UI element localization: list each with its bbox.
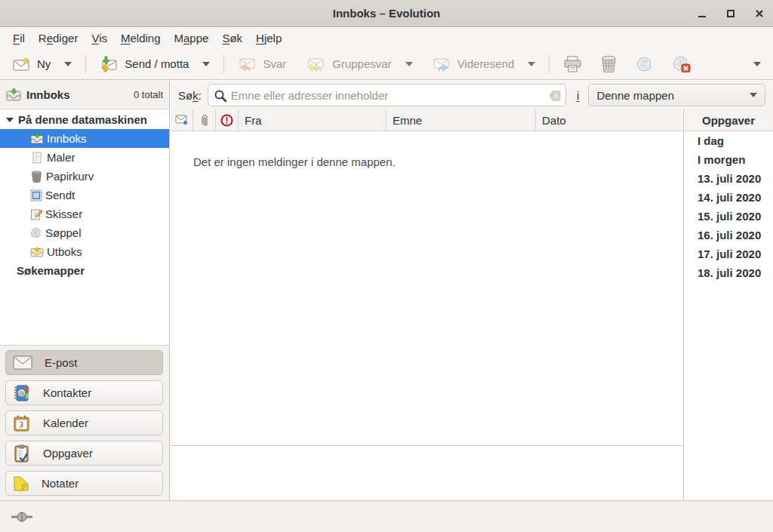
folder-papirkurv[interactable]: Papirkurv [0, 167, 169, 186]
online-status-icon[interactable] [11, 512, 33, 522]
new-message-dropdown[interactable] [57, 58, 78, 70]
column-important-header[interactable] [216, 109, 239, 131]
clear-search-icon[interactable] [549, 90, 561, 102]
new-mail-icon [12, 57, 30, 72]
maximize-button[interactable] [722, 5, 740, 23]
column-date-header[interactable]: Dato [536, 109, 682, 131]
junk-icon [636, 56, 654, 72]
folder-soppel[interactable]: Søppel [0, 223, 169, 242]
menu-vis[interactable]: Vis [85, 29, 114, 47]
label-part: is [99, 32, 107, 45]
switcher-tasks-button[interactable]: Oppgaver [5, 441, 163, 466]
folder-tree: På denne datamaskinen Innboks Maler Pa [0, 110, 170, 345]
folder-innboks[interactable]: Innboks [0, 129, 169, 148]
task-label: 13. juli 2020 [698, 172, 761, 185]
toolbar-overflow-button[interactable] [741, 58, 767, 70]
column-label: Dato [542, 114, 566, 127]
not-junk-icon [672, 55, 691, 72]
task-date-today[interactable]: I dag [684, 131, 773, 150]
menu-hjelp[interactable]: Hjelp [249, 29, 288, 47]
switcher-contacts-button[interactable]: @ Kontakter [5, 380, 163, 405]
chevron-down-icon [202, 62, 210, 66]
label-part: ppe [189, 32, 208, 45]
forward-icon [433, 56, 451, 72]
toolbar-separator [85, 54, 86, 74]
label-part: il [20, 32, 25, 45]
new-message-button[interactable]: Ny [6, 53, 57, 75]
switcher-mail-button[interactable]: E-post [5, 350, 163, 375]
junk-button[interactable] [630, 52, 660, 76]
column-from-header[interactable]: Fra [239, 109, 386, 131]
send-receive-dropdown[interactable] [195, 58, 216, 70]
task-date[interactable]: 14. juli 2020 [684, 188, 773, 207]
column-status-header[interactable] [171, 109, 193, 131]
reply-button[interactable]: Svar [232, 52, 292, 76]
close-icon [755, 9, 764, 18]
task-label: 15. juli 2020 [698, 210, 761, 223]
mail-icon [13, 355, 32, 370]
outbox-icon [30, 246, 44, 257]
statusbar [0, 500, 773, 532]
close-button[interactable] [750, 5, 768, 23]
menu-sok[interactable]: Søk [215, 29, 249, 47]
task-date[interactable]: 16. juli 2020 [684, 226, 773, 244]
menu-rediger[interactable]: Rediger [32, 29, 85, 47]
switcher-calendar-button[interactable]: 3 Kalender [5, 411, 163, 435]
folder-skisser[interactable]: Skisser [0, 204, 169, 223]
group-reply-button[interactable]: Gruppesvar [300, 52, 397, 76]
search-input[interactable] [231, 89, 543, 102]
menu-melding[interactable]: Melding [114, 29, 168, 47]
group-reply-label: Gruppesvar [332, 57, 391, 70]
send-receive-button[interactable]: Send / motta [94, 52, 195, 76]
send-receive-icon [100, 56, 118, 72]
memos-icon [13, 475, 29, 492]
folder-label: Utboks [47, 245, 82, 258]
minimize-button[interactable] [693, 5, 711, 23]
message-status-icon [175, 115, 188, 125]
task-date[interactable]: 13. juli 2020 [684, 169, 773, 188]
column-label: Emne [393, 114, 422, 127]
menu-fil[interactable]: Fil [6, 29, 32, 47]
tree-root-label: På denne datamaskinen [18, 113, 147, 126]
label-part: S [222, 32, 229, 45]
search-scope-combobox[interactable]: Denne mappen [588, 84, 765, 106]
not-junk-button[interactable] [666, 51, 697, 76]
task-date-tomorrow[interactable]: I morgen [684, 150, 773, 169]
task-date[interactable]: 17. juli 2020 [684, 244, 773, 263]
label-part: jelp [264, 32, 282, 45]
message-list[interactable]: Det er ingen meldinger i denne mappen. [171, 131, 682, 445]
folder-utboks[interactable]: Utboks [0, 242, 169, 261]
tasks-panel-header[interactable]: Oppgaver [684, 109, 773, 131]
chevron-down-icon [405, 62, 413, 66]
reply-label: Svar [263, 57, 286, 70]
tree-root-on-this-computer[interactable]: På denne datamaskinen [0, 110, 169, 129]
preview-pane [171, 446, 682, 500]
minimize-icon [698, 9, 707, 18]
folder-maler[interactable]: Maler [0, 148, 169, 167]
folder-header-title: Innboks [26, 88, 70, 101]
tree-group-search-folders[interactable]: Søkemapper [0, 261, 169, 280]
titlebar: Innboks – Evolution [0, 0, 773, 27]
label-part: : [199, 89, 202, 102]
menu-mappe[interactable]: Mappe [168, 29, 216, 47]
folder-sendt[interactable]: Sendt [0, 186, 169, 204]
print-button[interactable] [557, 52, 588, 76]
label-part: diger [53, 32, 78, 45]
expander-triangle-icon[interactable] [6, 118, 14, 122]
search-entry[interactable] [208, 84, 566, 106]
switcher-memos-button[interactable]: Notater [5, 471, 163, 496]
inbox-icon [30, 133, 44, 144]
forward-button[interactable]: Videresend [427, 52, 521, 76]
forward-dropdown[interactable] [520, 58, 541, 70]
switcher-memos-label: Notater [42, 477, 79, 490]
menubar: Fil Rediger Vis Melding Mappe Søk Hjelp [0, 28, 773, 48]
group-reply-dropdown[interactable] [398, 58, 419, 70]
group-reply-icon [306, 56, 325, 72]
column-subject-header[interactable]: Emne [386, 109, 536, 131]
column-attachment-header[interactable] [193, 109, 216, 131]
delete-button[interactable] [594, 51, 624, 76]
task-date[interactable]: 18. juli 2020 [684, 263, 773, 282]
label-part: i [577, 89, 579, 102]
inbox-icon [6, 88, 21, 101]
task-date[interactable]: 15. juli 2020 [684, 207, 773, 226]
